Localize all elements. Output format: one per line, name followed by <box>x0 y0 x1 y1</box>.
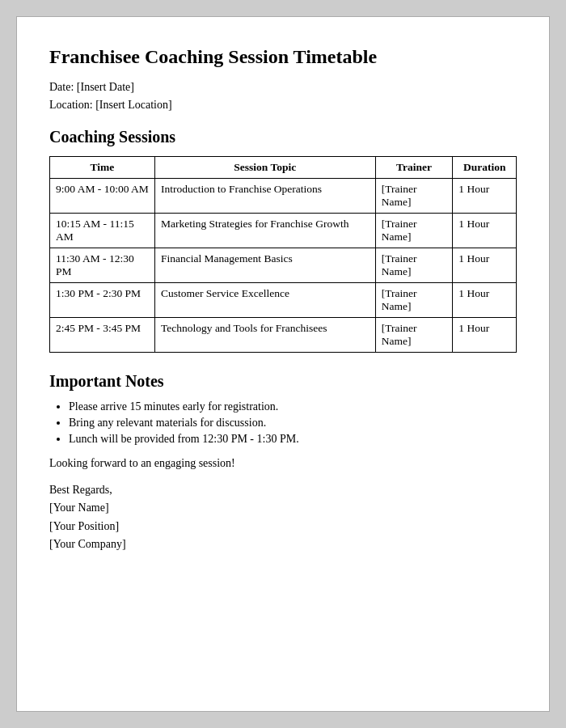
table-row: 11:30 AM - 12:30 PMFinancial Management … <box>50 248 517 283</box>
cell-trainer-0: [Trainer Name] <box>375 179 453 214</box>
table-row: 1:30 PM - 2:30 PMCustomer Service Excell… <box>50 283 517 318</box>
cell-topic-2: Financial Management Basics <box>154 248 375 283</box>
cell-trainer-4: [Trainer Name] <box>375 318 453 353</box>
notes-heading: Important Notes <box>49 372 517 391</box>
cell-time-0: 9:00 AM - 10:00 AM <box>50 179 155 214</box>
cell-time-4: 2:45 PM - 3:45 PM <box>50 318 155 353</box>
cell-trainer-2: [Trainer Name] <box>375 248 453 283</box>
cell-topic-1: Marketing Strategies for Franchise Growt… <box>154 214 375 248</box>
signature-line4: [Your Company] <box>49 538 126 550</box>
signature-line1: Best Regards, <box>49 484 112 496</box>
notes-list: Please arrive 15 minutes early for regis… <box>69 400 517 446</box>
notes-item-1: Bring any relevant materials for discuss… <box>69 417 517 430</box>
location-line: Location: [Insert Location] <box>49 99 517 112</box>
table-header-row: Time Session Topic Trainer Duration <box>50 157 517 179</box>
cell-duration-2: 1 Hour <box>453 248 517 283</box>
header-topic: Session Topic <box>154 157 375 179</box>
signature-line2: [Your Name] <box>49 502 109 514</box>
table-row: 9:00 AM - 10:00 AMIntroduction to Franch… <box>50 179 517 214</box>
sessions-table: Time Session Topic Trainer Duration 9:00… <box>49 156 517 353</box>
cell-topic-3: Customer Service Excellence <box>154 283 375 318</box>
cell-time-1: 10:15 AM - 11:15 AM <box>50 214 155 248</box>
cell-topic-4: Technology and Tools for Franchisees <box>154 318 375 353</box>
cell-duration-1: 1 Hour <box>453 214 517 248</box>
header-trainer: Trainer <box>375 157 453 179</box>
table-row: 2:45 PM - 3:45 PMTechnology and Tools fo… <box>50 318 517 353</box>
coaching-sessions-heading: Coaching Sessions <box>49 128 517 146</box>
header-time: Time <box>50 157 155 179</box>
cell-trainer-3: [Trainer Name] <box>375 283 453 318</box>
table-row: 10:15 AM - 11:15 AMMarketing Strategies … <box>50 214 517 248</box>
cell-time-3: 1:30 PM - 2:30 PM <box>50 283 155 318</box>
cell-time-2: 11:30 AM - 12:30 PM <box>50 248 155 283</box>
signature-block: Best Regards, [Your Name] [Your Position… <box>49 481 517 554</box>
notes-item-2: Lunch will be provided from 12:30 PM - 1… <box>69 433 517 446</box>
page-container: Franchisee Coaching Session Timetable Da… <box>16 16 550 712</box>
cell-duration-0: 1 Hour <box>453 179 517 214</box>
header-duration: Duration <box>453 157 517 179</box>
page-title: Franchisee Coaching Session Timetable <box>49 46 517 68</box>
cell-topic-0: Introduction to Franchise Operations <box>154 179 375 214</box>
cell-trainer-1: [Trainer Name] <box>375 214 453 248</box>
date-line: Date: [Insert Date] <box>49 81 517 94</box>
notes-item-0: Please arrive 15 minutes early for regis… <box>69 400 517 413</box>
cell-duration-4: 1 Hour <box>453 318 517 353</box>
signature-line3: [Your Position] <box>49 520 119 532</box>
cell-duration-3: 1 Hour <box>453 283 517 318</box>
closing-text: Looking forward to an engaging session! <box>49 457 517 470</box>
